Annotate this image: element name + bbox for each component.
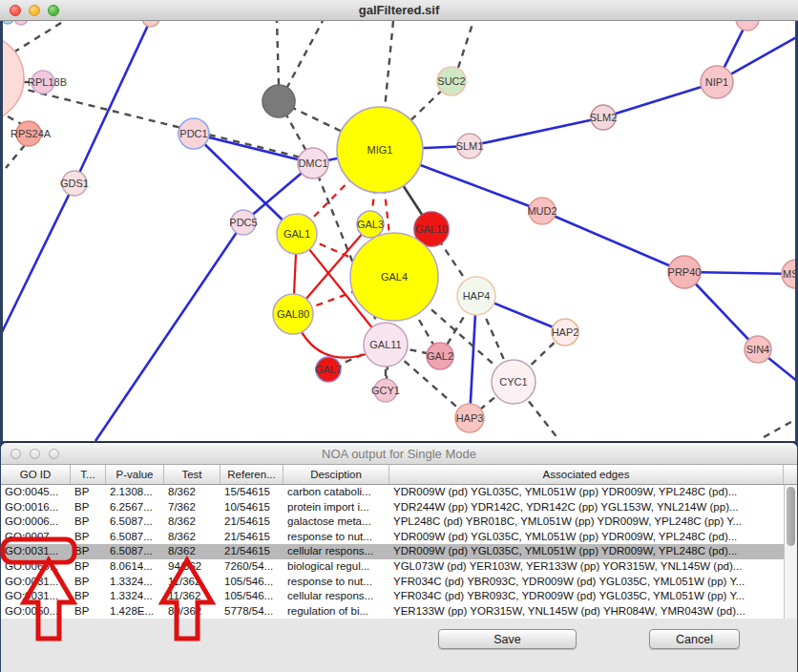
column-header-associated-edges[interactable]: Associated edges bbox=[389, 465, 784, 484]
network-edge bbox=[6, 145, 25, 168]
table-cell: YPL248C (pd) YBR018C, YML051W (pp) YDR00… bbox=[389, 514, 784, 530]
network-edge bbox=[194, 134, 313, 163]
column-header-go-id[interactable]: GO ID bbox=[1, 465, 71, 484]
network-edge bbox=[13, 21, 69, 52]
node-label-GAL7: GAL7 bbox=[315, 364, 342, 375]
table-cell: YER133W (pp) YOR315W, YNL145W (pd) YHR08… bbox=[389, 604, 784, 619]
column-header-referen-[interactable]: Referen... bbox=[220, 465, 284, 484]
network-canvas[interactable]: RPL18BRPS24AGDS1PDC1PDC5DMC1MIG1SUC2SLM1… bbox=[3, 21, 795, 441]
noa-window-titlebar: NOA output for Single Mode bbox=[1, 443, 797, 465]
node-label-SIN4: SIN4 bbox=[746, 344, 769, 355]
node-corner-a[interactable] bbox=[3, 21, 13, 24]
network-window-title: galFiltered.sif bbox=[0, 3, 798, 17]
node-label-SLM2: SLM2 bbox=[590, 112, 618, 123]
network-window-titlebar: galFiltered.sif bbox=[0, 0, 798, 21]
table-cell: BP bbox=[71, 589, 106, 604]
scrollbar-thumb[interactable] bbox=[787, 487, 795, 546]
table-cell: YGL073W (pd) YER103W, YER133W (pp) YOR31… bbox=[389, 559, 784, 575]
table-cell: cellular respons... bbox=[284, 544, 389, 559]
table-cell: GO:0007... bbox=[1, 530, 71, 545]
network-edge bbox=[470, 117, 603, 146]
table-cell: YFR034C (pd) YBR093C, YDR009W (pd) YGL03… bbox=[389, 589, 784, 604]
table-header: GO IDT...P-valueTestReferen...Desciption… bbox=[1, 465, 797, 485]
table-cell: BP bbox=[71, 530, 106, 545]
table-cell: response to nut... bbox=[284, 530, 389, 545]
table-row[interactable]: GO:0031...BP1.3324...11/362105/546...res… bbox=[1, 575, 784, 590]
node-label-GAL11: GAL11 bbox=[369, 339, 401, 350]
table-cell: 94/362 bbox=[164, 559, 220, 575]
node-label-HAP2: HAP2 bbox=[552, 326, 579, 338]
node-label-GDS1: GDS1 bbox=[60, 178, 89, 189]
table-cell: 1.3324... bbox=[106, 575, 164, 590]
table-cell: 6.5087... bbox=[106, 544, 164, 559]
table-cell: 6.5087... bbox=[106, 514, 164, 530]
table-cell: biological regul... bbox=[284, 559, 389, 575]
column-header-test[interactable]: Test bbox=[164, 465, 220, 484]
table-row[interactable]: GO:0065...BP8.0614...94/3627260/54...bio… bbox=[1, 559, 784, 575]
table-cell: GO:0006... bbox=[1, 514, 71, 530]
table-cell: BP bbox=[71, 514, 106, 530]
table-cell: GO:0016... bbox=[1, 500, 71, 515]
node-label-GAL80: GAL80 bbox=[277, 308, 309, 320]
table-row[interactable]: GO:0045...BP2.1308...8/36215/54615carbon… bbox=[1, 485, 784, 500]
table-cell: 5778/54... bbox=[220, 604, 284, 619]
table-cell: BP bbox=[71, 604, 106, 619]
table-cell: BP bbox=[71, 500, 106, 515]
table-cell: 1.428E... bbox=[106, 604, 164, 619]
table-cell: BP bbox=[71, 559, 106, 575]
table-cell: GO:0031... bbox=[1, 575, 71, 590]
button-bar: Save Cancel bbox=[1, 619, 797, 672]
table-row[interactable]: GO:0007...BP6.5087...8/36221/54615respon… bbox=[1, 530, 784, 545]
table-cell: galactose meta... bbox=[284, 514, 389, 530]
node-top-pink[interactable] bbox=[142, 21, 159, 27]
node-corner-b[interactable] bbox=[14, 21, 28, 25]
table-cell: 80/362 bbox=[164, 604, 220, 619]
network-edge bbox=[385, 21, 393, 109]
table-row[interactable]: GO:0006...BP6.5087...8/36221/54615galact… bbox=[1, 514, 784, 530]
save-button[interactable]: Save bbox=[438, 629, 577, 649]
table-cell: 105/546... bbox=[220, 575, 284, 590]
column-header-t-[interactable]: T... bbox=[71, 465, 106, 484]
table-cell: GO:0050... bbox=[1, 604, 71, 619]
node-label-RPS24A: RPS24A bbox=[10, 128, 52, 139]
network-edge bbox=[3, 183, 74, 336]
table-cell: YDR244W (pp) YDR142C, YDR142C (pp) YGL15… bbox=[389, 500, 784, 515]
table-cell: GO:0031... bbox=[1, 589, 71, 604]
node-gray-node[interactable] bbox=[262, 85, 295, 117]
table-cell: BP bbox=[71, 575, 106, 590]
node-label-RPL18B: RPL18B bbox=[28, 76, 67, 88]
column-header-desciption[interactable]: Desciption bbox=[284, 465, 389, 484]
table-cell: 15/54615 bbox=[220, 485, 284, 500]
node-label-CYC1: CYC1 bbox=[499, 376, 527, 388]
node-label-PDC1: PDC1 bbox=[179, 128, 207, 139]
node-top-right[interactable] bbox=[736, 21, 759, 31]
table-cell: BP bbox=[71, 485, 106, 500]
node-label-GCY1: GCY1 bbox=[371, 385, 400, 396]
table-cell: 8/362 bbox=[164, 514, 220, 530]
network-graph: RPL18BRPS24AGDS1PDC1PDC5DMC1MIG1SUC2SLM1… bbox=[3, 21, 795, 441]
table-row[interactable]: GO:0031...BP6.5087...8/36221/54615cellul… bbox=[1, 544, 784, 559]
cancel-button[interactable]: Cancel bbox=[649, 629, 740, 649]
table-cell: carbon cataboli... bbox=[284, 485, 389, 500]
node-label-SLM1: SLM1 bbox=[456, 140, 484, 152]
vertical-scrollbar[interactable] bbox=[784, 485, 797, 619]
table-cell: BP bbox=[71, 544, 106, 559]
table-cell: 2.1308... bbox=[106, 485, 164, 500]
table-cell: protein import i... bbox=[284, 500, 389, 515]
table-row[interactable]: GO:0016...BP6.2567...7/36210/54615protei… bbox=[1, 500, 784, 515]
table-row[interactable]: GO:0031...BP1.3324...11/362105/546...cel… bbox=[1, 589, 784, 604]
node-label-MSL5: MSL5 bbox=[783, 268, 795, 280]
node-label-SUC2: SUC2 bbox=[437, 75, 465, 87]
node-label-PDC5: PDC5 bbox=[229, 217, 257, 228]
table-cell: 8/362 bbox=[164, 530, 220, 545]
table-cell: 1.3324... bbox=[106, 589, 164, 604]
table-cell: 7260/54... bbox=[220, 559, 284, 575]
column-header-p-value[interactable]: P-value bbox=[106, 465, 164, 484]
table-cell: 8.0614... bbox=[106, 559, 164, 575]
table-row[interactable]: GO:0050...BP1.428E...80/3625778/54...reg… bbox=[1, 604, 784, 619]
node-big-left[interactable] bbox=[3, 34, 24, 122]
table-cell: 7/362 bbox=[164, 500, 220, 515]
table-cell: 10/54615 bbox=[220, 500, 284, 515]
table-cell: regulation of bi... bbox=[284, 604, 389, 619]
table-cell: response to nut... bbox=[284, 575, 389, 590]
